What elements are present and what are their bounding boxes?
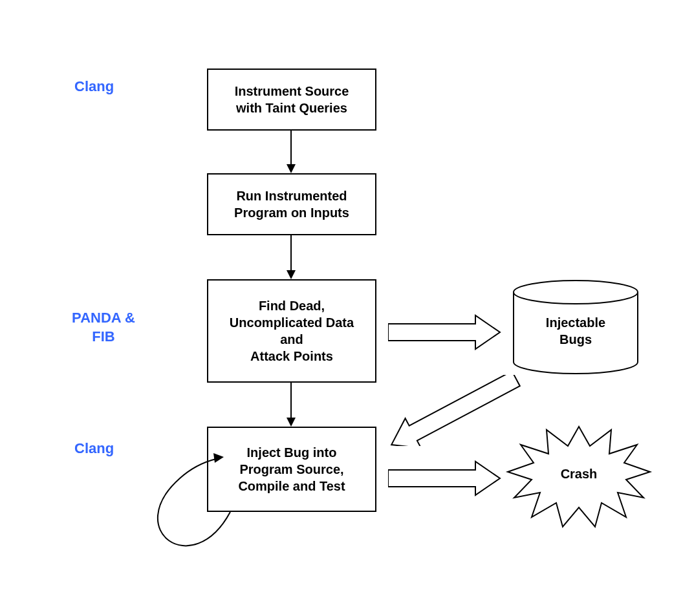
tool-label-panda-fib: PANDA &FIB xyxy=(52,309,155,346)
process-text: Run InstrumentedProgram on Inputs xyxy=(234,187,349,221)
arrow-b1-b2 xyxy=(283,131,303,173)
svg-marker-11 xyxy=(213,453,224,463)
process-find-dead-data: Find Dead,Uncomplicated DataandAttack Po… xyxy=(207,279,376,383)
svg-marker-8 xyxy=(388,315,500,349)
self-loop-box4 xyxy=(141,452,251,569)
svg-marker-10 xyxy=(388,462,500,495)
arrow-b3-b4 xyxy=(283,383,303,427)
process-instrument-source: Instrument Sourcewith Taint Queries xyxy=(207,69,376,131)
svg-marker-7 xyxy=(287,418,296,427)
arrow-b2-b3 xyxy=(283,235,303,279)
datastore-label: InjectableBugs xyxy=(511,314,640,348)
svg-marker-3 xyxy=(287,164,296,173)
tool-label-clang-1: Clang xyxy=(74,78,114,96)
process-run-instrumented: Run InstrumentedProgram on Inputs xyxy=(207,173,376,235)
svg-marker-9 xyxy=(384,375,524,446)
block-arrow-from-datastore xyxy=(382,375,530,446)
process-text: Instrument Sourcewith Taint Queries xyxy=(235,83,349,116)
process-text: Inject Bug intoProgram Source,Compile an… xyxy=(238,444,345,494)
result-label: Crash xyxy=(504,467,653,482)
process-text: Find Dead,Uncomplicated DataandAttack Po… xyxy=(230,297,354,365)
svg-marker-5 xyxy=(287,270,296,279)
svg-point-0 xyxy=(514,281,638,304)
tool-label-clang-2: Clang xyxy=(74,440,114,458)
datastore-injectable-bugs: InjectableBugs xyxy=(511,279,640,375)
block-arrow-to-crash xyxy=(388,460,501,496)
block-arrow-to-datastore xyxy=(388,314,501,350)
diagram-canvas: Clang PANDA &FIB Clang Instrument Source… xyxy=(0,0,694,616)
